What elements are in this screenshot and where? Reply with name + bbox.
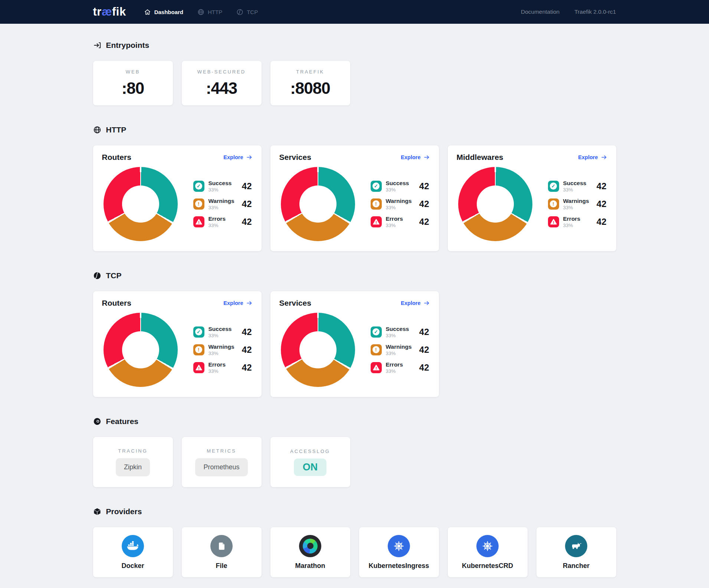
legend-row-success: ✓ Success33% 42 [371,326,430,338]
legend-row-warnings: ! Warnings33% 42 [548,198,607,210]
feature-on-badge: ON [294,459,327,476]
warning-icon: ! [548,198,559,210]
warning-icon: ! [193,198,204,210]
version-text: Traefik 2.0.0-rc1 [574,9,616,15]
documentation-link[interactable]: Documentation [521,9,559,15]
explore-label: Explore [578,154,598,160]
donut-chart [104,167,178,241]
section-tcp: TCP Routers Explore ✓ Succes [93,271,616,397]
nav-label-http: HTTP [208,9,222,15]
legend-value: 42 [242,217,253,227]
arrow-right-icon [246,300,253,306]
logo-text: tr [93,5,102,18]
nav-item-http[interactable]: HTTP [197,9,222,16]
legend-percent: 33% [209,368,226,374]
legend-value: 42 [242,345,253,355]
features-icon [93,417,101,426]
docker-icon [122,535,144,557]
legend-percent: 33% [209,223,226,228]
feature-value-badge: Zipkin [116,458,150,476]
traefik-logo[interactable]: træfik [93,5,126,19]
card-title: Middlewares [457,153,503,162]
provider-card-marathon: Marathon [270,527,350,577]
nav-item-dashboard[interactable]: Dashboard [144,9,183,16]
explore-link-http-services[interactable]: Explore [401,154,430,161]
feature-label: METRICS [207,448,236,454]
legend-label: Warnings [209,198,234,204]
arrow-right-icon [423,154,430,161]
legend-value: 42 [597,199,607,209]
legend-row-success: ✓ Success33% 42 [193,326,253,338]
logo-ae: æ [102,5,112,18]
legend-row-warnings: ! Warnings33% 42 [371,344,430,356]
legend-percent: 33% [386,333,409,338]
provider-label: File [216,562,227,570]
donut-chart [458,167,532,241]
legend-value: 42 [419,199,430,209]
entrypoint-port: :8080 [290,79,330,98]
feature-label: ACCESSLOG [290,449,330,454]
legend-row-errors: Errors33% 42 [193,361,253,374]
success-icon: ✓ [371,181,382,192]
nav-label-dashboard: Dashboard [154,9,183,15]
warning-icon: ! [371,198,382,210]
error-triangle-icon [371,362,382,373]
legend-row-errors: Errors33% 42 [371,361,430,374]
legend-row-warnings: ! Warnings33% 42 [193,344,253,356]
http-routers-card: Routers Explore ✓ Success33% 42 [93,145,262,251]
legend-percent: 33% [209,333,232,338]
entrypoints-icon [93,41,101,49]
legend-row-success: ✓ Success33% 42 [193,180,253,193]
legend-row-success: ✓ Success33% 42 [548,180,607,193]
legend-row-errors: Errors33% 42 [548,216,607,228]
legend-value: 42 [419,345,430,355]
arrow-right-icon [423,300,430,306]
explore-label: Explore [401,300,420,306]
legend-label: Errors [386,216,403,222]
donut-chart [281,167,355,241]
entrypoint-label: WEB-SECURED [197,69,246,75]
explore-label: Explore [223,300,243,306]
legend-value: 42 [419,181,430,191]
globe-icon [93,126,101,134]
legend-label: Success [563,180,587,187]
explore-link-http-routers[interactable]: Explore [223,154,252,161]
section-title-providers: Providers [106,507,142,516]
explore-label: Explore [401,154,420,160]
explore-link-http-middlewares[interactable]: Explore [578,154,607,161]
section-title-tcp: TCP [106,271,122,280]
legend-value: 42 [419,327,430,337]
success-icon: ✓ [193,181,204,192]
section-entrypoints: Entrypoints WEB :80 WEB-SECURED :443 TRA… [93,41,616,105]
nav-item-tcp[interactable]: TCP [236,9,258,16]
legend-percent: 33% [386,187,409,193]
legend-percent: 33% [563,187,587,193]
explore-link-tcp-services[interactable]: Explore [401,300,430,306]
legend-value: 42 [242,362,253,373]
legend-label: Success [386,326,409,332]
legend-label: Errors [386,361,403,368]
success-icon: ✓ [193,326,204,338]
legend-row-warnings: ! Warnings33% 42 [371,198,430,210]
provider-card-rancher: Rancher [536,527,616,577]
legend-label: Success [209,180,232,187]
provider-label: Docker [121,562,144,570]
entrypoint-card-web: WEB :80 [93,61,173,105]
explore-link-tcp-routers[interactable]: Explore [223,300,252,306]
legend-value: 42 [242,327,253,337]
legend-percent: 33% [209,351,234,356]
legend-label: Errors [563,216,581,222]
top-navbar: træfik Dashboard HTTP TCP Documentation … [0,0,709,24]
feature-label: TRACING [118,448,148,454]
error-triangle-icon [548,216,559,227]
section-title-features: Features [106,417,139,426]
tcp-ball-icon [93,272,101,280]
rancher-bull-icon [565,535,587,557]
donut-chart [104,313,178,387]
warning-icon: ! [371,344,382,355]
legend-percent: 33% [386,368,403,374]
legend-value: 42 [419,362,430,373]
feature-card-metrics: METRICS Prometheus [182,437,262,487]
globe-icon [197,9,204,16]
card-title: Services [279,153,311,162]
